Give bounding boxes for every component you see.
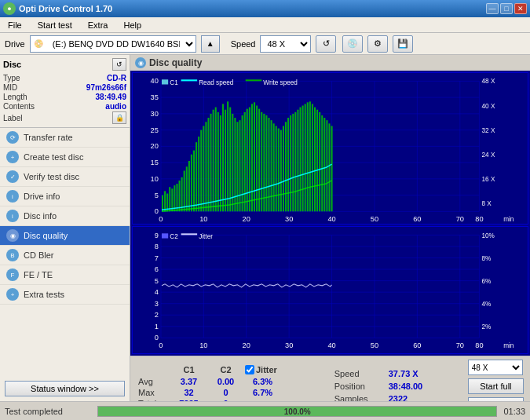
disc-length-label: Length	[3, 93, 27, 101]
menu-file[interactable]: File	[3, 20, 27, 31]
svg-text:2%: 2%	[481, 323, 492, 331]
disc-label-button[interactable]: 🔒	[112, 111, 126, 124]
disc-contents-row: Contents audio	[3, 102, 126, 111]
disc-label-row: Label 🔒	[3, 111, 126, 124]
svg-rect-104	[307, 102, 309, 211]
svg-text:8: 8	[155, 243, 159, 250]
svg-text:10: 10	[151, 175, 159, 183]
progress-bar-container: 100.0%	[97, 406, 497, 417]
nav-fe-te-label: FE / TE	[24, 270, 53, 279]
svg-rect-71	[227, 101, 228, 211]
svg-text:3: 3	[155, 300, 159, 308]
titlebar-controls: — □ ✕	[486, 3, 527, 14]
create-test-disc-icon: +	[6, 151, 19, 163]
main: Disc ↺ Type CD-R MID 97m26s66f Length 38…	[0, 55, 530, 401]
svg-text:80: 80	[475, 341, 483, 349]
refresh-button[interactable]: ↺	[316, 35, 336, 53]
speed-select[interactable]: 48 X	[260, 35, 311, 53]
nav-create-test-disc[interactable]: + Create test disc	[0, 148, 130, 167]
disc-header: Disc ↺	[3, 58, 126, 71]
svg-rect-108	[316, 110, 318, 212]
samples-key: Samples	[334, 394, 386, 401]
svg-rect-98	[292, 114, 294, 211]
position-value: 38:48.00	[389, 382, 422, 391]
speed-value: 37.73 X	[389, 369, 419, 378]
disc-panel: Disc ↺ Type CD-R MID 97m26s66f Length 38…	[0, 55, 130, 128]
disc-refresh-button[interactable]: ↺	[112, 58, 126, 71]
svg-rect-84	[258, 109, 260, 212]
svg-rect-102	[302, 105, 304, 211]
avg-jitter-value: 6.3%	[245, 377, 280, 386]
nav-fe-te[interactable]: F FE / TE	[0, 265, 130, 285]
drive-select[interactable]: (E:) BENQ DVD DD DW1640 BSRB	[46, 36, 196, 52]
svg-text:1: 1	[155, 323, 159, 331]
nav-cd-bler[interactable]: B CD Bler	[0, 246, 130, 265]
svg-text:9: 9	[155, 231, 159, 239]
drive-eject-button[interactable]: ▲	[201, 35, 220, 53]
avg-label: Avg	[138, 377, 170, 386]
sidebar: Disc ↺ Type CD-R MID 97m26s66f Length 38…	[0, 55, 130, 401]
chart1-svg: 0 5 10 15 20 25 30 35 40 0 10 20	[133, 73, 528, 224]
menu-help[interactable]: Help	[119, 20, 146, 31]
total-c1-value: 7835	[171, 399, 207, 401]
svg-text:70: 70	[456, 341, 464, 349]
svg-rect-93	[280, 130, 282, 212]
disc-quality-icon: ◉	[6, 229, 19, 242]
svg-rect-76	[239, 120, 241, 211]
svg-text:50: 50	[371, 215, 378, 223]
app-title: Opti Drive Control 1.70	[19, 4, 112, 13]
jitter-checkbox[interactable]	[245, 365, 254, 374]
svg-rect-51	[179, 181, 181, 211]
svg-rect-97	[290, 115, 291, 211]
svg-rect-63	[207, 118, 209, 211]
settings-button[interactable]: ⚙	[367, 35, 388, 53]
svg-rect-112	[326, 120, 327, 211]
maximize-button[interactable]: □	[500, 3, 513, 14]
nav-disc-quality[interactable]: ◉ Disc quality	[0, 226, 130, 246]
svg-rect-60	[200, 130, 202, 212]
svg-rect-54	[186, 166, 188, 211]
svg-rect-45	[164, 191, 166, 211]
status-window-button[interactable]: Status window >>	[5, 381, 125, 396]
nav-disc-info-label: Disc info	[24, 211, 57, 221]
disc-type-row: Type CD-R	[3, 74, 126, 82]
svg-rect-101	[299, 108, 301, 212]
svg-rect-111	[323, 118, 325, 211]
svg-rect-79	[247, 109, 248, 212]
titlebar-left: ● Opti Drive Control 1.70	[3, 2, 112, 15]
nav-drive-info-label: Drive info	[24, 192, 60, 201]
svg-text:32 X: 32 X	[481, 127, 495, 134]
svg-text:C2: C2	[170, 232, 178, 239]
speed-info: Speed 37.73 X Position 38:48.00 Samples …	[328, 366, 462, 401]
svg-rect-95	[285, 122, 287, 211]
nav-extra-tests[interactable]: + Extra tests	[0, 285, 130, 305]
save-button[interactable]: 💾	[393, 35, 413, 53]
content-area: ◉ Disc quality	[130, 55, 530, 401]
nav-drive-info[interactable]: i Drive info	[0, 187, 130, 206]
minimize-button[interactable]: —	[486, 3, 499, 14]
svg-rect-68	[220, 115, 221, 211]
menu-extra[interactable]: Extra	[83, 20, 113, 31]
nav-verify-test-disc[interactable]: ✓ Verify test disc	[0, 167, 130, 187]
svg-rect-168	[181, 233, 198, 235]
svg-rect-64	[210, 114, 212, 211]
disc-icon-button[interactable]: 💿	[342, 35, 363, 53]
close-button[interactable]: ✕	[514, 3, 527, 14]
speed-key: Speed	[334, 369, 386, 378]
start-full-button[interactable]: Start full	[468, 378, 524, 394]
svg-text:40: 40	[151, 77, 159, 85]
svg-rect-75	[236, 122, 238, 211]
nav-disc-info[interactable]: i Disc info	[0, 206, 130, 226]
menu-start-test[interactable]: Start test	[33, 20, 77, 31]
speed-select-stats[interactable]: 48 X	[468, 360, 523, 375]
disc-quality-header-icon: ◉	[135, 57, 146, 68]
nav-transfer-rate[interactable]: ⟳ Transfer rate	[0, 128, 130, 148]
max-c2-value: 0	[208, 388, 243, 397]
svg-text:0: 0	[155, 207, 159, 215]
c1-header: C1	[171, 365, 207, 374]
start-part-button[interactable]: Start part	[468, 397, 524, 401]
svg-rect-99	[294, 112, 296, 212]
stats-bar: C1 C2 Jitter Avg 3.37 0.00 6.3% Max 32	[130, 356, 530, 401]
svg-text:4: 4	[155, 288, 159, 296]
svg-text:0: 0	[159, 215, 163, 223]
